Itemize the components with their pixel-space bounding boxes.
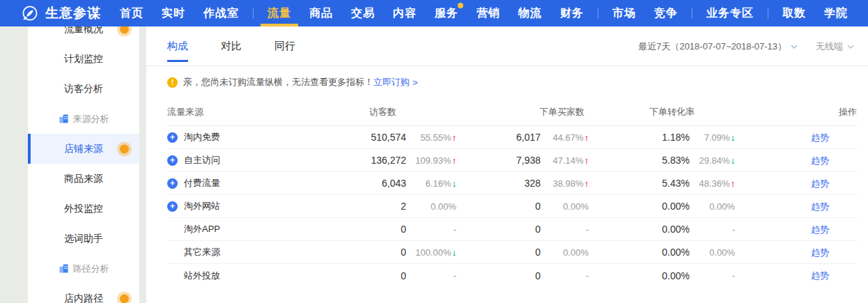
change-value: 109.93%: [415, 155, 451, 166]
subscribe-link[interactable]: 立即订购: [373, 76, 410, 88]
sidebar-section-path-analysis: 路径分析: [28, 254, 139, 283]
action-cell: 趋势: [735, 154, 857, 167]
change-value: 0.00%: [563, 247, 589, 258]
row-label-cell: 其它来源: [167, 246, 320, 258]
table-row: 淘外APP 0 - 0 - 0.00% - 趋势: [167, 218, 857, 241]
sidebar-item-shop-source[interactable]: 店铺来源: [28, 134, 139, 164]
action-cell: 趋势: [735, 131, 857, 144]
conversion-value: 0.00%: [589, 247, 690, 258]
expand-icon[interactable]: [167, 201, 178, 212]
sidebar-section-label: 来源分析: [73, 113, 109, 125]
nav-item-home[interactable]: 首页: [120, 0, 144, 26]
conversion-change: 0.00%: [690, 247, 735, 258]
nav-item-trade[interactable]: 交易: [351, 0, 375, 26]
nav-item-service[interactable]: 服务: [435, 0, 458, 26]
table-row: 淘外网站 2 0.00% 0 0.00% 0.00% 0.00% 趋势: [167, 195, 857, 218]
nav-item-warroom[interactable]: 作战室: [203, 0, 239, 26]
visitors-value: 0: [320, 224, 406, 235]
traffic-source-name: 淘外APP: [184, 223, 220, 235]
change-value: 44.67%: [552, 132, 583, 143]
chevron-down-icon: [791, 45, 798, 49]
table-row: 付费流量 6,043 6.16%↓ 328 38.98%↑ 5.43% 48.3…: [167, 172, 857, 195]
table-row: 站外投放 0 - 0 - 0.00% - 趋势: [167, 264, 857, 287]
buyers-value: 7,938: [456, 155, 541, 166]
sidebar-item-instore-path[interactable]: 店内路径: [28, 283, 139, 303]
buyers-change: 0.00%: [541, 247, 589, 258]
chevron-down-icon: [847, 45, 854, 49]
visitors-value: 0: [320, 270, 406, 281]
buyers-value: 0: [456, 247, 541, 258]
brand-name: 生意参谋: [45, 4, 101, 22]
buyers-change: 47.14%↑: [541, 155, 589, 166]
change-value: 55.55%: [420, 132, 451, 143]
traffic-source-name: 付费流量: [184, 177, 220, 189]
change-value: 47.14%: [552, 155, 583, 166]
col-header-source: 流量来源: [167, 106, 320, 118]
trend-link[interactable]: 趋势: [811, 270, 829, 281]
visitors-value: 510,574: [320, 132, 406, 143]
buyers-value: 0: [456, 270, 541, 281]
sidebar-item-visitor-analysis[interactable]: 访客分析: [28, 74, 139, 104]
notice-text: 亲，您尚未订购流量纵横，无法查看更多指标！: [183, 76, 373, 88]
sidebar-item-label: 店内路径: [64, 293, 103, 303]
change-value: 100.00%: [415, 247, 451, 258]
device-selector[interactable]: 无线端: [816, 40, 854, 53]
conversion-value: 5.83%: [589, 155, 690, 166]
trend-link[interactable]: 趋势: [811, 155, 829, 166]
conversion-change: -: [690, 270, 735, 281]
sidebar-item-plan-monitor[interactable]: 计划监控: [28, 44, 139, 74]
visitors-change: -: [406, 224, 456, 235]
compass-logo-icon: [21, 4, 39, 22]
nav-separator: [253, 8, 254, 19]
nav-item-content[interactable]: 内容: [393, 0, 417, 26]
trend-link[interactable]: 趋势: [811, 178, 829, 189]
nav-item-finance[interactable]: 财务: [560, 0, 584, 26]
visitors-value: 136,272: [320, 155, 406, 166]
sidebar-section-label: 路径分析: [73, 263, 109, 275]
conversion-value: 0.00%: [589, 270, 690, 281]
expand-icon[interactable]: [167, 178, 178, 189]
nav-item-academy[interactable]: 学院: [824, 0, 848, 26]
col-header-visitors: 访客数: [320, 106, 406, 118]
buyers-change: 0.00%: [541, 201, 589, 212]
brand[interactable]: 生意参谋: [21, 4, 101, 22]
trend-link[interactable]: 趋势: [811, 224, 829, 235]
trend-link[interactable]: 趋势: [811, 201, 829, 212]
trend-link[interactable]: 趋势: [811, 247, 829, 258]
nav-item-realtime[interactable]: 实时: [162, 0, 185, 26]
row-label-cell: 自主访问: [167, 154, 320, 166]
visitors-value: 0: [320, 247, 406, 258]
expand-icon[interactable]: [167, 132, 178, 143]
sidebar-item-external-monitor[interactable]: 外投监控: [28, 194, 139, 224]
conversion-change: 48.36%↑: [690, 178, 735, 189]
buyers-value: 0: [456, 224, 541, 235]
sidebar-item-keyword-helper[interactable]: 选词助手: [28, 224, 139, 254]
date-range-selector[interactable]: 最近7天（2018-07-07~2018-07-13）: [638, 40, 798, 53]
visitors-change: 109.93%↑: [406, 155, 456, 166]
nav-item-logistics[interactable]: 物流: [518, 0, 542, 26]
action-cell: 趋势: [735, 177, 857, 190]
trend-link[interactable]: 趋势: [811, 132, 829, 143]
sidebar-item-product-source[interactable]: 商品来源: [28, 164, 139, 194]
visitors-change: 6.16%↓: [406, 178, 456, 189]
nav-item-traffic[interactable]: 流量: [268, 0, 291, 26]
tab-peers[interactable]: 同行: [274, 26, 295, 66]
table-header: 流量来源 访客数 下单买家数 下单转化率 操作: [167, 98, 857, 126]
tab-compare[interactable]: 对比: [221, 26, 242, 66]
traffic-source-name: 淘外网站: [184, 200, 220, 212]
nav-item-business-zone[interactable]: 业务专区: [706, 0, 754, 26]
action-cell: 趋势: [735, 200, 857, 213]
tab-composition[interactable]: 构成: [167, 26, 188, 66]
nav-item-marketing[interactable]: 营销: [476, 0, 500, 26]
visitors-change: 55.55%↑: [406, 132, 456, 143]
nav-item-competition[interactable]: 竞争: [654, 0, 678, 26]
nav-item-data-extract[interactable]: 取数: [782, 0, 806, 26]
expand-icon[interactable]: [167, 155, 178, 166]
sidebar-item-label: 外投监控: [64, 203, 103, 215]
nav-item-market[interactable]: 市场: [612, 0, 636, 26]
change-value: 0.00%: [563, 201, 589, 212]
notice-arrow: >: [412, 77, 418, 88]
nav-item-product[interactable]: 商品: [309, 0, 333, 26]
change-value: 6.16%: [426, 178, 451, 189]
conversion-change: 0.00%: [690, 201, 735, 212]
